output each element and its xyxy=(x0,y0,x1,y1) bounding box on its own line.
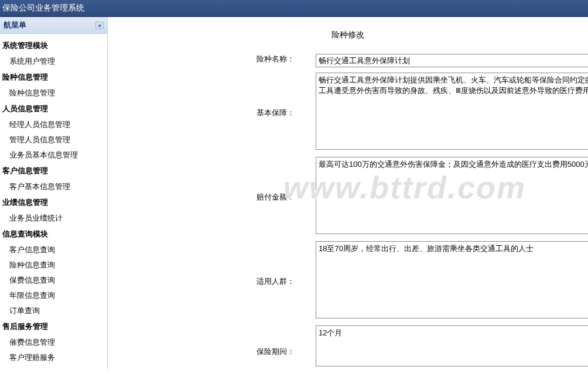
nav-group-title: 客户信息管理 xyxy=(0,163,107,179)
nav-group-title: 信息查询模块 xyxy=(0,226,107,242)
form: 险种名称： 基本保障： 赔付金额： 适用人群： xyxy=(254,51,588,370)
input-insurance-name[interactable] xyxy=(316,54,588,67)
nav-item[interactable]: 订单查询 xyxy=(0,303,107,318)
textarea-applicable-people[interactable] xyxy=(316,241,588,318)
app-title-bar: 保险公司业务管理系统 xyxy=(0,0,588,17)
nav-item[interactable]: 客户信息查询 xyxy=(0,242,107,258)
textarea-basic-coverage[interactable] xyxy=(316,73,588,150)
nav-item[interactable]: 险种信息管理 xyxy=(0,85,107,101)
label-insurance-period: 保险期间： xyxy=(254,323,316,359)
nav-item[interactable]: 业务员业绩统计 xyxy=(0,211,107,226)
nav-item[interactable]: 系统用户管理 xyxy=(0,54,107,69)
nav-group-title: 险种信息管理 xyxy=(0,69,107,85)
nav-item[interactable]: 经理人员信息管理 xyxy=(0,117,107,132)
nav-item[interactable]: 催费信息管理 xyxy=(0,335,107,350)
label-basic-coverage: 基本保障： xyxy=(254,70,316,121)
textarea-payout-amount[interactable] xyxy=(316,157,588,234)
nav-item[interactable]: 客户基本信息管理 xyxy=(0,179,107,194)
nav: 系统管理模块 系统用户管理 险种信息管理 险种信息管理 人员信息管理 经理人员信… xyxy=(0,34,107,369)
textarea-insurance-period[interactable] xyxy=(316,325,588,366)
collapse-icon[interactable]: « xyxy=(95,22,104,29)
nav-item[interactable]: 年限信息查询 xyxy=(0,288,107,303)
nav-group-title: 售后服务管理 xyxy=(0,318,107,335)
label-insurance-name: 险种名称： xyxy=(254,52,316,67)
nav-item[interactable]: 险种信息查询 xyxy=(0,258,107,273)
nav-item[interactable]: 保费信息查询 xyxy=(0,273,107,288)
nav-group-title: 人员信息管理 xyxy=(0,101,107,117)
label-payout-amount: 赔付金额： xyxy=(254,155,316,205)
nav-item[interactable]: 管理人员信息管理 xyxy=(0,132,107,147)
label-applicable-people: 适用人群： xyxy=(254,239,316,289)
app-title: 保险公司业务管理系统 xyxy=(2,3,84,12)
sidebar: 航菜单 « 系统管理模块 系统用户管理 险种信息管理 险种信息管理 人员信息管理… xyxy=(0,17,108,370)
sidebar-header: 航菜单 « xyxy=(0,17,107,34)
nav-item[interactable]: 业务员基本信息管理 xyxy=(0,147,107,163)
nav-group-title: 系统管理模块 xyxy=(0,37,107,54)
main-panel: 险种修改 险种名称： 基本保障： 赔付金额： xyxy=(108,17,588,370)
nav-item[interactable]: 客户理赔服务 xyxy=(0,350,107,365)
page-title: 险种修改 xyxy=(108,17,588,51)
sidebar-header-label: 航菜单 xyxy=(4,20,26,30)
nav-group-title: 业绩信息管理 xyxy=(0,194,107,211)
